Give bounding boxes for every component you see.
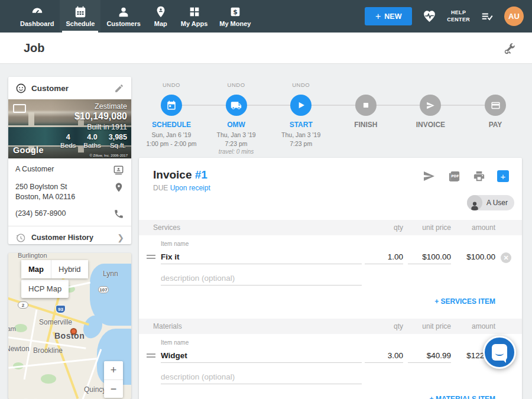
map-road — [53, 332, 79, 399]
item-name-label: Item name — [161, 241, 189, 247]
map-button[interactable]: Map — [21, 260, 51, 278]
invoice-title: Invoice #1 — [153, 168, 207, 181]
customer-history-row[interactable]: Customer History ❯ — [8, 226, 131, 249]
material-qty-input[interactable] — [365, 349, 403, 363]
assigned-user-pill[interactable]: A User — [467, 195, 514, 210]
customer-address: 250 Boylston St Boston, MA 02116 — [15, 182, 75, 202]
invoice-title-text: Invoice — [153, 168, 192, 181]
pay-step-icon[interactable] — [485, 95, 506, 116]
invoice-number[interactable]: #1 — [195, 168, 207, 181]
service-item-name-input[interactable] — [161, 250, 362, 264]
nav-my-apps[interactable]: My Apps — [175, 0, 213, 33]
add-materials-item-link[interactable]: + MATERIALS ITEM — [430, 395, 495, 399]
edit-customer-icon[interactable] — [114, 83, 124, 93]
customer-phone: (234) 567-8900 — [15, 209, 66, 219]
address-line2: Boston, MA 02116 — [15, 193, 75, 201]
nav-my-money[interactable]: $ My Money — [213, 0, 257, 33]
baths-label: Baths — [83, 142, 100, 149]
undo-link[interactable]: UNDO — [268, 82, 333, 89]
pay-step-label: PAY — [463, 121, 528, 129]
baths-value: 4.0 — [83, 133, 100, 141]
zestimate-label: Zestimate — [60, 102, 127, 111]
map-label-burlington: Burlington — [18, 253, 47, 259]
chevron-right-icon: ❯ — [117, 233, 124, 242]
hybrid-button[interactable]: Hybrid — [51, 260, 88, 278]
invoice-step-icon[interactable] — [420, 95, 441, 116]
service-qty-input[interactable] — [365, 250, 403, 264]
timeline-step-start: UNDO START Thu, Jan 3 '19 7:23 pm — [268, 82, 333, 148]
pdf-icon[interactable]: PDF — [447, 170, 461, 183]
due-label: DUE — [153, 184, 168, 192]
hcp-map-button[interactable]: HCP Map — [21, 280, 69, 298]
dashboard-icon — [31, 5, 44, 18]
omw-step-icon[interactable] — [226, 95, 247, 116]
zestimate-value: $10,149,080 — [60, 111, 127, 122]
zoom-out-button[interactable]: − — [104, 379, 123, 398]
map-park — [41, 374, 56, 384]
omw-step-date: Thu, Jan 3 '19 7:23 pm — [204, 131, 269, 148]
map-label-waltham: Waltham — [8, 325, 16, 332]
delete-item-icon[interactable]: ✕ — [501, 252, 511, 263]
heart-pulse-icon[interactable] — [421, 9, 437, 24]
drag-handle-icon[interactable] — [147, 255, 155, 261]
start-step-label: START — [268, 121, 333, 129]
map-label-brookline: Brookline — [33, 346, 63, 355]
nav-map[interactable]: Map — [147, 0, 175, 33]
zoom-in-button[interactable]: + — [104, 361, 123, 379]
customer-name-row: A Customer — [15, 164, 124, 176]
material-unit-price-input[interactable] — [408, 349, 451, 363]
due-value-link[interactable]: Upon receipt — [170, 184, 210, 192]
help-center-button[interactable]: HELP CENTER — [447, 9, 470, 23]
phone-icon[interactable] — [113, 209, 124, 219]
location-pin-icon[interactable] — [113, 182, 124, 193]
chat-launcher-button[interactable] — [483, 336, 516, 369]
contact-card-icon[interactable] — [113, 164, 124, 176]
job-settings-icon[interactable] — [502, 41, 517, 56]
map-widget[interactable]: Burlington Lynn Somerville Boston Waltha… — [8, 253, 131, 399]
job-location-marker[interactable] — [70, 328, 77, 335]
service-unit-price-input[interactable] — [408, 250, 451, 264]
material-item-name-input[interactable] — [161, 349, 362, 363]
qty-column-header: qty — [365, 322, 403, 330]
property-photo[interactable]: Zestimate $10,149,080 Built in 1911 4 Be… — [8, 99, 131, 158]
material-description-input[interactable] — [161, 370, 362, 384]
user-avatar[interactable]: AU — [504, 7, 524, 26]
unit-price-column-header: unit price — [408, 223, 451, 232]
print-icon[interactable] — [472, 170, 486, 183]
route-shield-107: 107 — [98, 286, 109, 293]
job-timeline: UNDO SCHEDULE Sun, Jan 6 '19 1:00 pm - 2… — [139, 82, 522, 156]
route-shield-93: 93 — [56, 305, 66, 313]
nav-dashboard-label: Dashboard — [20, 20, 54, 27]
service-description-input[interactable] — [161, 271, 362, 286]
undo-link[interactable]: UNDO — [139, 82, 204, 89]
add-invoice-item-button[interactable]: + — [497, 170, 509, 182]
timeline-step-schedule: UNDO SCHEDULE Sun, Jan 6 '19 1:00 pm - 2… — [139, 82, 204, 148]
route-shield-2: 2 — [18, 301, 28, 309]
drag-handle-icon[interactable] — [147, 353, 155, 359]
new-button[interactable]: + NEW — [365, 7, 412, 25]
timeline-step-invoice: INVOICE — [398, 82, 463, 129]
zestimate-overlay: Zestimate $10,149,080 Built in 1911 4 Be… — [60, 102, 127, 149]
undo-link[interactable]: UNDO — [204, 82, 269, 89]
help-center-line2: CENTER — [447, 17, 470, 23]
send-invoice-icon[interactable] — [422, 169, 436, 183]
invoice-card: Invoice #1 DUE Upon receipt PDF + A User… — [139, 158, 522, 399]
customer-address-row: 250 Boylston St Boston, MA 02116 — [15, 182, 124, 202]
nav-customers[interactable]: Customers — [100, 0, 146, 33]
schedule-step-icon[interactable] — [161, 95, 182, 116]
plus-icon: + — [375, 11, 381, 22]
omw-date-line2: 7:23 pm — [225, 140, 248, 147]
timeline-step-finish: FINISH — [333, 82, 398, 129]
finish-step-icon[interactable] — [355, 95, 377, 116]
item-name-label: Item name — [161, 339, 189, 346]
finish-step-label: FINISH — [333, 121, 398, 129]
nav-dashboard[interactable]: Dashboard — [14, 0, 60, 33]
nav-schedule[interactable]: Schedule — [60, 0, 100, 33]
list-check-icon[interactable] — [479, 10, 495, 23]
timeline-step-pay: PAY — [463, 82, 528, 129]
schedule-date-line1: Sun, Jan 6 '19 — [152, 131, 192, 138]
materials-section-title: Materials — [153, 322, 365, 330]
map-type-toggle: Map Hybrid — [21, 260, 88, 278]
add-services-item-link[interactable]: + SERVICES ITEM — [434, 297, 495, 306]
start-step-icon[interactable] — [290, 95, 312, 116]
